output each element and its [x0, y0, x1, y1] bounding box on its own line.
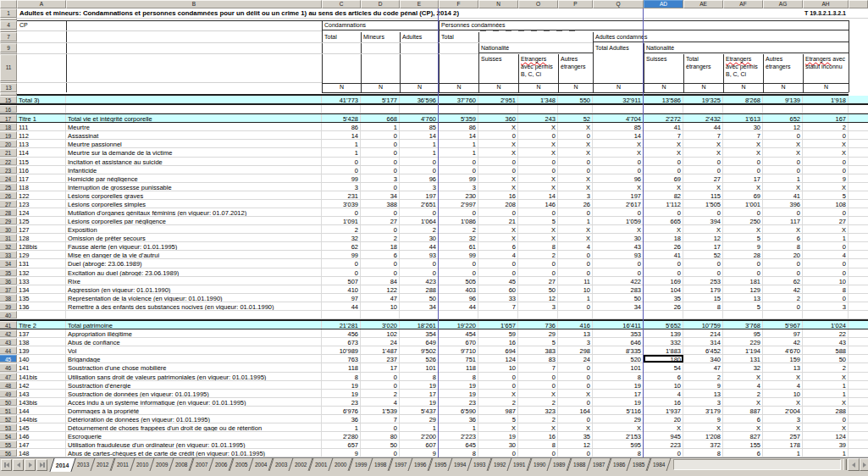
cell[interactable]: 101 [593, 363, 644, 371]
cell[interactable]: 0 [593, 208, 644, 216]
cell[interactable]: 0 [361, 208, 400, 216]
cell[interactable]: 0 [478, 381, 518, 389]
row-header-33[interactable]: 33 [0, 251, 17, 258]
cell[interactable]: 169 [644, 277, 683, 285]
cell[interactable]: 673 [322, 338, 361, 346]
cell-cp-code[interactable]: 125 [17, 217, 66, 224]
cell[interactable]: X [518, 234, 558, 241]
unit-cell-D[interactable]: N [362, 83, 400, 92]
cell[interactable]: 250 [723, 217, 763, 224]
cell-cp-code[interactable]: 148 [17, 449, 66, 457]
cell[interactable]: 0 [803, 131, 849, 139]
cell-label[interactable] [66, 311, 322, 318]
cell[interactable]: 0 [322, 158, 361, 165]
cell[interactable]: 12 [558, 440, 593, 448]
cell[interactable] [558, 311, 593, 318]
cell[interactable]: 3'039 [322, 200, 361, 208]
cell[interactable]: X [803, 423, 849, 431]
cell[interactable]: 1'505 [683, 200, 723, 208]
cell[interactable]: 360 [478, 114, 518, 122]
cell[interactable]: X [763, 373, 803, 380]
cell[interactable]: 99 [322, 174, 361, 182]
cell[interactable]: 18'261 [400, 321, 439, 329]
row-header-16[interactable]: 16 [0, 105, 17, 113]
cell-label[interactable]: Appropriation illégitime [66, 329, 322, 337]
cell[interactable]: 42 [763, 338, 803, 346]
scrollbar-splitter[interactable] [842, 458, 848, 471]
unit-cell-AH[interactable]: N [804, 83, 849, 92]
cell-label[interactable]: Mise en danger de la vie d'autrui [66, 251, 322, 258]
cell-cp-code[interactable]: Titre 1 [17, 114, 66, 122]
cell[interactable]: X [478, 423, 518, 431]
cell[interactable]: 19 [322, 381, 361, 389]
cell[interactable]: 0 [763, 158, 803, 165]
cell[interactable]: 0 [644, 166, 683, 174]
cell[interactable]: 0 [803, 415, 849, 423]
cell[interactable]: 2'223 [439, 432, 478, 440]
cell[interactable]: 607 [400, 440, 439, 448]
cell[interactable]: 34 [361, 191, 400, 199]
cell[interactable]: 0 [683, 259, 723, 267]
cell-stub[interactable] [849, 321, 868, 329]
cell-label[interactable]: Interruption de grossesse punissable [66, 183, 322, 191]
cell[interactable]: 9'710 [439, 346, 478, 354]
cell-cp-code[interactable]: 128 [17, 234, 66, 241]
cell[interactable]: 5 [478, 415, 518, 423]
cell[interactable]: 60 [478, 285, 518, 293]
cell[interactable]: 0 [723, 208, 763, 216]
cell[interactable]: 50 [803, 355, 849, 363]
cell-stub[interactable] [849, 373, 868, 380]
cell-stub[interactable] [849, 415, 868, 423]
cell[interactable]: 0 [439, 208, 478, 216]
cell[interactable]: X [644, 423, 683, 431]
cell-label[interactable]: Utilisation frauduleuse d'un ordinateur … [66, 440, 322, 448]
cell[interactable]: 1 [558, 294, 593, 302]
cell-cp-code[interactable]: 134 [17, 285, 66, 293]
cell[interactable]: 456 [322, 329, 361, 337]
cell[interactable]: 595 [593, 440, 644, 448]
cell[interactable]: 230 [439, 191, 478, 199]
cell[interactable]: 1'348 [518, 96, 558, 103]
cell[interactable]: 0 [723, 268, 763, 276]
cell[interactable]: 19 [478, 432, 518, 440]
cell[interactable]: 0 [558, 415, 593, 423]
cell[interactable]: 6 [723, 415, 763, 423]
cell[interactable]: 10 [361, 302, 400, 310]
cell-label[interactable]: Remettre à des enfants des substances no… [66, 302, 322, 310]
cell[interactable]: 35 [558, 432, 593, 440]
cell[interactable]: 50 [400, 294, 439, 302]
cell[interactable]: 0 [763, 259, 803, 267]
cell[interactable]: 1 [400, 140, 439, 147]
cell[interactable]: 39 [803, 440, 849, 448]
cell[interactable]: X [518, 183, 558, 191]
cell[interactable]: X [803, 140, 849, 147]
cell-label[interactable]: Aggression (en vigueur: 01.01.1990) [66, 285, 322, 293]
cell[interactable]: 34 [400, 302, 439, 310]
cell[interactable]: 0 [400, 158, 439, 165]
cell[interactable]: 3'179 [683, 407, 723, 414]
cell[interactable]: 649 [400, 338, 439, 346]
cell[interactable]: 96 [439, 294, 478, 302]
cell[interactable]: 13 [683, 390, 723, 397]
cell[interactable]: 59 [478, 329, 518, 337]
cell-label[interactable]: Vol [66, 346, 322, 354]
cell[interactable]: X [763, 423, 803, 431]
cell-stub[interactable] [849, 105, 868, 113]
cell-cp-code[interactable]: 144 [17, 407, 66, 414]
cell[interactable]: 383 [518, 346, 558, 354]
cell[interactable]: 0 [558, 381, 593, 389]
cell[interactable]: 52 [683, 251, 723, 258]
cell[interactable]: X [558, 390, 593, 397]
cell[interactable]: 0 [558, 302, 593, 310]
cell[interactable]: 4 [803, 251, 849, 258]
cell[interactable]: 6'590 [439, 407, 478, 414]
cell-label[interactable]: Soustraction de données (en vigueur: 01.… [66, 390, 322, 397]
cell[interactable]: X [518, 148, 558, 156]
cell[interactable]: X [478, 183, 518, 191]
cell[interactable]: 0 [478, 158, 518, 165]
cell[interactable]: 1 [361, 123, 400, 130]
cell[interactable]: 9 [322, 449, 361, 457]
cell[interactable]: 8 [322, 373, 361, 380]
cell[interactable]: 353 [593, 329, 644, 337]
row-header-21[interactable]: 21 [0, 148, 17, 156]
